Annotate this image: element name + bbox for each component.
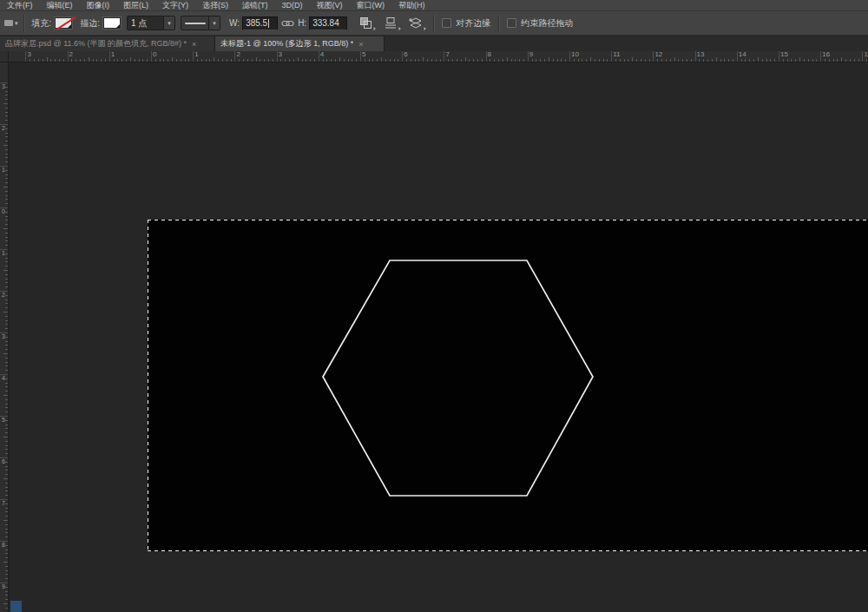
tool-preset-dropdown[interactable]: ▾: [3, 18, 20, 28]
ruler-tick: [5, 532, 8, 533]
tab-close-icon[interactable]: ×: [192, 40, 196, 49]
ruler-tick: [5, 128, 8, 129]
menu-window[interactable]: 窗口(W): [350, 0, 392, 11]
ruler-tick: [5, 199, 8, 200]
align-edges-option[interactable]: 对齐边缘: [442, 17, 490, 30]
ruler-tick: [866, 59, 867, 62]
ruler-number: 17: [864, 51, 868, 58]
menu-edit[interactable]: 编辑(E): [40, 0, 80, 11]
ruler-tick: [43, 59, 43, 62]
path-arrangement-button[interactable]: [406, 15, 425, 32]
ruler-tick: [260, 59, 260, 62]
stroke-width-dropdown-button[interactable]: ▾: [163, 16, 174, 30]
vertical-ruler[interactable]: 3210123456789: [0, 63, 9, 612]
stroke-style-dropdown-button[interactable]: ▾: [208, 16, 220, 30]
ruler-tick: [5, 566, 8, 567]
ruler-tick: [356, 59, 357, 62]
ruler-tick: [820, 51, 821, 63]
photoshop-window: 文件(F)编辑(E)图像(I)图层(L)文字(Y)选择(S)滤镜(T)3D(D)…: [0, 0, 868, 612]
ruler-tick: [590, 57, 591, 62]
menu-view[interactable]: 视图(V): [310, 0, 350, 11]
ruler-tick: [5, 212, 8, 213]
ruler-tick: [273, 59, 273, 62]
ruler-tick: [565, 59, 566, 62]
separator: [498, 15, 500, 32]
ruler-tick: [845, 59, 846, 62]
width-input[interactable]: 385.5: [242, 16, 278, 30]
menu-layer[interactable]: 图层(L): [116, 0, 155, 11]
ruler-tick: [3, 187, 8, 188]
path-alignment-button[interactable]: [381, 15, 400, 32]
ruler-tick: [787, 59, 788, 62]
menu-type[interactable]: 文字(Y): [155, 0, 195, 11]
ruler-tick: [5, 578, 8, 579]
ruler-tick: [5, 337, 8, 338]
menu-file[interactable]: 文件(F): [0, 0, 40, 11]
height-value: 333.84: [312, 18, 339, 28]
document-viewport[interactable]: [9, 63, 868, 612]
ruler-tick: [783, 59, 784, 62]
ruler-tick: [76, 59, 76, 62]
ruler-tick: [5, 178, 8, 179]
constrain-path-drag-option[interactable]: 约束路径拖动: [507, 17, 573, 30]
ruler-tick: [741, 59, 742, 62]
menu-image[interactable]: 图像(I): [80, 0, 117, 11]
ruler-tick: [68, 51, 69, 63]
ruler-tick: [5, 466, 8, 467]
ruler-tick: [833, 59, 834, 62]
ruler-tick: [50, 59, 51, 62]
link-dimensions-button[interactable]: [281, 19, 294, 28]
ruler-tick: [5, 441, 8, 442]
ruler-number: 10: [571, 51, 579, 58]
ruler-tick: [5, 108, 8, 109]
fill-color-swatch[interactable]: [55, 17, 72, 29]
document-tab-1[interactable]: 品牌家居.psd @ 11.6% (半圆 的颜色填充, RGB/8#) *×: [0, 36, 215, 51]
ruler-tick: [122, 59, 122, 62]
menu-select[interactable]: 选择(S): [195, 0, 235, 11]
stroke-width-value: 1 点: [128, 17, 163, 30]
menu-filter[interactable]: 滤镜(T): [235, 0, 275, 11]
horizontal-ruler[interactable]: 32101234567891011121314151617: [9, 51, 868, 63]
ruler-tick: [603, 59, 604, 62]
ruler-tick: [155, 59, 156, 62]
ruler-tick: [188, 59, 189, 62]
ruler-tick: [728, 59, 729, 62]
ruler-tick: [130, 57, 131, 62]
menu-3d[interactable]: 3D(D): [275, 0, 310, 11]
stroke-style-combo[interactable]: ▾: [181, 16, 220, 30]
constrain-path-drag-checkbox[interactable]: [507, 18, 516, 28]
document-tab-2[interactable]: 未标题-1 @ 100% (多边形 1, RGB/8) *×: [215, 36, 385, 51]
height-input[interactable]: 333.84: [309, 16, 347, 30]
tab-close-icon[interactable]: ×: [358, 40, 363, 49]
stroke-color-swatch[interactable]: [103, 17, 121, 29]
ruler-tick: [661, 59, 662, 62]
ruler-tick: [5, 224, 8, 225]
menu-help[interactable]: 帮助(H): [391, 0, 432, 11]
solid-line-icon: [185, 23, 206, 24]
path-operations-button[interactable]: [356, 15, 375, 32]
ruler-tick: [193, 51, 194, 63]
ruler-tick: [5, 349, 8, 350]
fill-label: 填充:: [32, 17, 52, 30]
ruler-tick: [624, 59, 625, 62]
ruler-tick: [5, 608, 8, 609]
ruler-tick: [222, 59, 223, 62]
ruler-tick: [5, 299, 8, 300]
ruler-tick: [486, 51, 487, 63]
align-edges-checkbox[interactable]: [442, 18, 451, 28]
ruler-tick: [3, 353, 8, 354]
ruler-tick: [436, 59, 437, 62]
ruler-tick: [231, 59, 232, 62]
ruler-tick: [544, 59, 545, 62]
ruler-tick: [38, 59, 39, 62]
ruler-tick: [289, 59, 290, 62]
ruler-tick: [607, 59, 608, 62]
ruler-tick: [5, 529, 8, 530]
ruler-tick: [5, 149, 8, 150]
ruler-tick: [457, 59, 457, 62]
ruler-tick: [5, 399, 8, 400]
canvas[interactable]: [148, 220, 868, 551]
height-label: H:: [298, 18, 306, 28]
stroke-width-combo[interactable]: 1 点 ▾: [127, 16, 175, 30]
ruler-tick: [142, 59, 143, 62]
